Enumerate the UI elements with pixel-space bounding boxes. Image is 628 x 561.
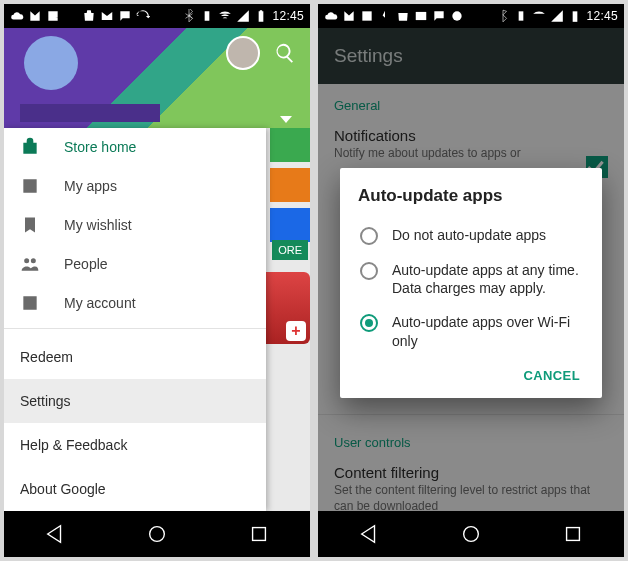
back-icon[interactable] <box>44 523 66 545</box>
drawer-item-label: My wishlist <box>64 217 132 233</box>
svg-point-3 <box>464 527 479 542</box>
status-bar: 12:45 <box>4 4 310 28</box>
dialog-title: Auto-update apps <box>358 186 584 206</box>
recents-icon[interactable] <box>248 523 270 545</box>
download-icon <box>378 9 392 23</box>
drawer-item-about[interactable]: About Google <box>4 467 266 511</box>
account-dropdown-icon[interactable] <box>280 116 292 123</box>
clock: 12:45 <box>586 9 618 23</box>
mail-icon <box>28 9 42 23</box>
bluetooth-icon <box>182 9 196 23</box>
svg-rect-1 <box>253 528 266 541</box>
radio-option-wifi-only[interactable]: Auto-update apps over Wi-Fi only <box>358 305 584 357</box>
vibrate-icon <box>200 9 214 23</box>
drawer-item-label: My apps <box>64 178 117 194</box>
bluetooth-icon <box>496 9 510 23</box>
radio-icon <box>360 262 378 280</box>
drawer-item-settings[interactable]: Settings <box>4 379 266 423</box>
svg-point-2 <box>452 11 461 20</box>
radio-label: Auto-update apps over Wi-Fi only <box>392 313 582 349</box>
drawer-item-account[interactable]: My account <box>4 283 266 322</box>
sync-icon <box>450 9 464 23</box>
svg-point-0 <box>150 527 165 542</box>
radio-option-no-update[interactable]: Do not auto-update apps <box>358 218 584 253</box>
radio-icon <box>360 227 378 245</box>
drawer-item-label: My account <box>64 295 136 311</box>
drawer-item-store-home[interactable]: Store home <box>4 128 266 167</box>
header-underline <box>20 104 160 122</box>
store-icon <box>82 9 96 23</box>
phone-left: 12:45 ORE + Store home My apps <box>4 4 310 557</box>
radio-option-any-time[interactable]: Auto-update apps at any time. Data charg… <box>358 253 584 305</box>
right-content: Settings General Notifications Notify me… <box>318 28 624 511</box>
people-icon <box>20 254 40 274</box>
sync-icon <box>136 9 150 23</box>
back-icon[interactable] <box>358 523 380 545</box>
drawer-item-label: People <box>64 256 108 272</box>
apps-icon <box>20 176 40 196</box>
radio-icon-selected <box>360 314 378 332</box>
radio-label: Auto-update apps at any time. Data charg… <box>392 261 582 297</box>
bookmark-icon <box>20 215 40 235</box>
drawer-item-label: Store home <box>64 139 136 155</box>
home-icon[interactable] <box>146 523 168 545</box>
chat-icon <box>432 9 446 23</box>
drawer-item-people[interactable]: People <box>4 244 266 283</box>
image-icon <box>46 9 60 23</box>
store-icon <box>396 9 410 23</box>
cancel-button[interactable]: CANCEL <box>523 368 580 383</box>
svg-rect-4 <box>567 528 580 541</box>
bag-icon <box>20 137 40 157</box>
gmail-icon <box>100 9 114 23</box>
download-icon <box>64 9 78 23</box>
app-badge: + <box>286 321 306 341</box>
wifi-icon <box>532 9 546 23</box>
clock: 12:45 <box>272 9 304 23</box>
battery-icon <box>568 9 582 23</box>
cloud-icon <box>10 9 24 23</box>
cloud-icon <box>324 9 338 23</box>
background-tiles <box>270 128 310 248</box>
more-chip[interactable]: ORE <box>272 240 308 260</box>
radio-label: Do not auto-update apps <box>392 226 546 244</box>
chat-icon <box>118 9 132 23</box>
phone-right: 12:45 Settings General Notifications Not… <box>318 4 624 557</box>
home-icon[interactable] <box>460 523 482 545</box>
drawer-item-help[interactable]: Help & Feedback <box>4 423 266 467</box>
mail-icon <box>342 9 356 23</box>
auto-update-dialog: Auto-update apps Do not auto-update apps… <box>340 168 602 398</box>
recents-icon[interactable] <box>562 523 584 545</box>
divider <box>4 328 266 329</box>
vibrate-icon <box>514 9 528 23</box>
search-icon[interactable] <box>274 42 296 68</box>
signal-icon <box>236 9 250 23</box>
nav-drawer: Store home My apps My wishlist People My… <box>4 128 266 511</box>
user-avatar-large[interactable] <box>24 36 78 90</box>
secondary-avatar[interactable] <box>226 36 260 70</box>
drawer-item-my-apps[interactable]: My apps <box>4 167 266 206</box>
image-icon <box>360 9 374 23</box>
left-content: ORE + Store home My apps My wishlist Peo… <box>4 28 310 511</box>
person-icon <box>20 293 40 313</box>
status-bar: 12:45 <box>318 4 624 28</box>
system-navbar <box>4 511 310 557</box>
drawer-item-wishlist[interactable]: My wishlist <box>4 206 266 245</box>
wifi-icon <box>218 9 232 23</box>
signal-icon <box>550 9 564 23</box>
drawer-item-redeem[interactable]: Redeem <box>4 335 266 379</box>
gmail-icon <box>414 9 428 23</box>
battery-icon <box>254 9 268 23</box>
system-navbar <box>318 511 624 557</box>
